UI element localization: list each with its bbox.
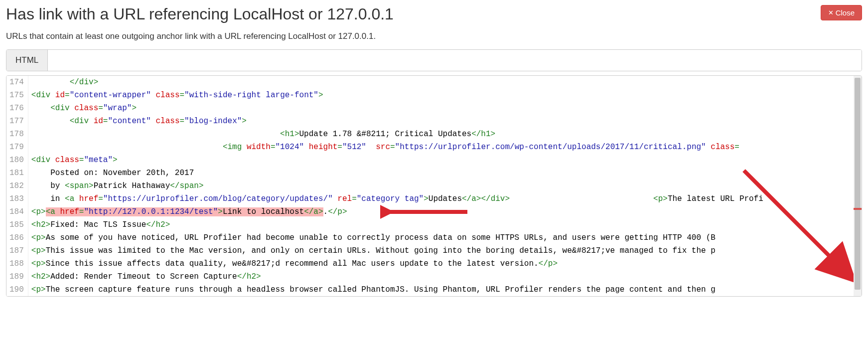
line-content[interactable]: <p>This issue was limited to the Mac ver… [28, 244, 862, 257]
code-line: 178 <h1>Update 1.78 &#8211; Critical Upd… [6, 128, 862, 141]
code-line: 174 </div> [6, 76, 862, 89]
line-content[interactable]: Posted on: November 20th, 2017 [28, 167, 862, 179]
line-number: 175 [6, 89, 28, 102]
line-number: 178 [6, 128, 28, 141]
tab-html[interactable]: HTML [6, 50, 48, 71]
code-line: 188<p>Since this issue affects data qual… [6, 257, 862, 270]
line-content[interactable]: <h2>Fixed: Mac TLS Issue</h2> [28, 218, 862, 231]
line-number: 185 [6, 218, 28, 231]
vertical-scrollbar[interactable] [854, 76, 862, 296]
code-line: 189<h2>Added: Render Timeout to Screen C… [6, 270, 862, 283]
scrollbar-thumb[interactable] [855, 78, 861, 289]
line-content[interactable]: <p>Since this issue affects data quality… [28, 257, 862, 270]
line-content[interactable]: in <a href="https://urlprofiler.com/blog… [28, 192, 862, 205]
code-line: 181 Posted on: November 20th, 2017 [6, 167, 862, 179]
code-line: 186<p>As some of you have noticed, URL P… [6, 231, 862, 244]
line-number: 188 [6, 257, 28, 270]
code-line: 185<h2>Fixed: Mac TLS Issue</h2> [6, 218, 862, 231]
line-content[interactable]: <p>The screen capture feature runs throu… [28, 283, 862, 296]
line-number: 184 [6, 205, 28, 218]
close-icon: ✕ [828, 9, 834, 16]
close-button[interactable]: ✕ Close [821, 5, 862, 20]
line-number: 189 [6, 270, 28, 283]
line-number: 186 [6, 231, 28, 244]
line-number: 182 [6, 179, 28, 192]
code-viewer: 174 </div>175<div id="content-wrapper" c… [6, 75, 862, 297]
code-line: 175<div id="content-wrapper" class="with… [6, 89, 862, 102]
line-number: 180 [6, 154, 28, 167]
line-content[interactable]: </div> [28, 76, 862, 89]
scrollbar-highlight-marker [854, 208, 862, 210]
line-number: 177 [6, 115, 28, 128]
line-number: 179 [6, 141, 28, 154]
line-content[interactable]: <h1>Update 1.78 &#8211; Critical Updates… [28, 128, 862, 141]
line-number: 187 [6, 244, 28, 257]
code-line: 190<p>The screen capture feature runs th… [6, 283, 862, 296]
line-number: 174 [6, 76, 28, 89]
line-number: 176 [6, 102, 28, 115]
code-table: 174 </div>175<div id="content-wrapper" c… [6, 76, 862, 296]
code-line: 184<p><a href="http://127.0.0.1:1234/tes… [6, 205, 862, 218]
page-subtitle: URLs that contain at least one outgoing … [6, 31, 862, 41]
line-content[interactable]: <div class="meta"> [28, 154, 862, 167]
code-scroll-area[interactable]: 174 </div>175<div id="content-wrapper" c… [6, 76, 862, 296]
line-number: 181 [6, 167, 28, 179]
line-number: 183 [6, 192, 28, 205]
line-content[interactable]: <div id="content" class="blog-index"> [28, 115, 862, 128]
code-line: 183 in <a href="https://urlprofiler.com/… [6, 192, 862, 205]
code-line: 187<p>This issue was limited to the Mac … [6, 244, 862, 257]
code-line: 182 by <span>Patrick Hathaway</span> [6, 179, 862, 192]
close-button-label: Close [836, 8, 855, 17]
code-line: 176 <div class="wrap"> [6, 102, 862, 115]
line-content[interactable]: <p>As some of you have noticed, URL Prof… [28, 231, 862, 244]
line-content[interactable]: <div id="content-wrapper" class="with-si… [28, 89, 862, 102]
line-content[interactable]: <img width="1024" height="512" src="http… [28, 141, 862, 154]
tab-bar: HTML [6, 49, 862, 71]
page-title: Has link with a URL referencing LocalHos… [6, 5, 394, 23]
line-number: 190 [6, 283, 28, 296]
code-line: 180<div class="meta"> [6, 154, 862, 167]
code-line: 177 <div id="content" class="blog-index"… [6, 115, 862, 128]
tab-bar-spacer [48, 50, 862, 71]
code-line: 179 <img width="1024" height="512" src="… [6, 141, 862, 154]
line-content[interactable]: <div class="wrap"> [28, 102, 862, 115]
line-content[interactable]: <h2>Added: Render Timeout to Screen Capt… [28, 270, 862, 283]
line-content[interactable]: <p><a href="http://127.0.0.1:1234/test">… [28, 205, 862, 218]
line-content[interactable]: by <span>Patrick Hathaway</span> [28, 179, 862, 192]
